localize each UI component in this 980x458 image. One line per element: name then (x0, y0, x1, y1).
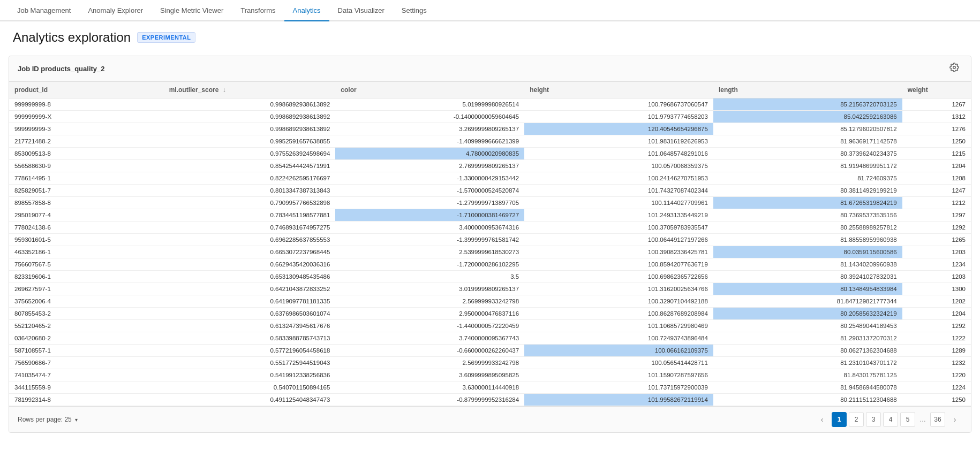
cell-color: -1.4400000572220459 (335, 320, 524, 332)
cell-product-id: 463352186-1 (9, 246, 164, 258)
pagination-page-4[interactable]: 4 (883, 412, 898, 427)
cell-height: 100.85942077636719 (524, 258, 713, 271)
cell-height: 100.69862365722656 (524, 271, 713, 283)
cell-color: -1.3999999761581742 (335, 234, 524, 246)
rows-per-page-label: Rows per page: 25 (18, 416, 72, 423)
cell-color: 3.6099999895095825 (335, 369, 524, 381)
settings-icon-button[interactable] (946, 62, 962, 76)
cell-product-id: 853009513-8 (9, 148, 164, 160)
cell-color: 2.569999933242798 (335, 357, 524, 369)
table-row: 344115559-9 0.540701150894165 3.63000011… (9, 381, 971, 394)
cell-length: 80.21115112304688 (713, 394, 902, 406)
cell-height: 101.10685729980469 (524, 320, 713, 332)
cell-height: 101.73715972900039 (524, 381, 713, 394)
cell-weight: 1204 (902, 160, 971, 172)
cell-weight: 1202 (902, 295, 971, 308)
cell-product-id: 756607567-5 (9, 258, 164, 271)
col-header-product-id[interactable]: product_id (9, 82, 164, 98)
pagination-page-1[interactable]: 1 (832, 412, 847, 427)
pagination-prev-button[interactable]: ‹ (815, 412, 830, 427)
cell-color: 2.5399999618530273 (335, 246, 524, 258)
cell-weight: 1212 (902, 197, 971, 209)
pagination-ellipsis: … (917, 416, 928, 423)
table-row: 269627597-1 0.6421043872833252 3.0199999… (9, 283, 971, 295)
cell-color: -0.14000000059604645 (335, 111, 524, 123)
cell-outlier: 0.6531309485435486 (164, 271, 336, 283)
table-header-bar: Job ID products_quality_2 (9, 56, 971, 82)
cell-color: -1.7200000286102295 (335, 258, 524, 271)
table-footer: Rows per page: 25 ▾ ‹ 1 2 3 4 5 … 36 › (9, 406, 971, 432)
cell-outlier: 0.8224262595176697 (164, 172, 336, 185)
pagination-page-3[interactable]: 3 (866, 412, 881, 427)
cell-color: 3.2699999809265137 (335, 123, 524, 135)
table-row: 778024138-6 0.7468931674957275 3.4000000… (9, 222, 971, 234)
cell-height: 101.99582672119914 (524, 394, 713, 406)
cell-product-id: 959301601-5 (9, 234, 164, 246)
col-header-weight[interactable]: weight (902, 82, 971, 98)
cell-outlier: 0.9986892938613892 (164, 111, 336, 123)
cell-height: 101.15907287597656 (524, 369, 713, 381)
cell-length: 81.847129821777344 (713, 295, 902, 308)
cell-weight: 1232 (902, 357, 971, 369)
data-table: product_id ml.outlier_score ↓ color heig… (9, 82, 971, 406)
table-row: 898557858-8 0.7909957766532898 -1.279999… (9, 197, 971, 209)
cell-product-id: 823319606-1 (9, 271, 164, 283)
cell-outlier: 0.7909957766532898 (164, 197, 336, 209)
col-header-color[interactable]: color (335, 82, 524, 98)
cell-outlier: 0.9986892938613892 (164, 123, 336, 135)
col-header-outlier-score[interactable]: ml.outlier_score ↓ (164, 82, 336, 98)
pagination-next-button[interactable]: › (947, 412, 962, 427)
cell-product-id: 807855453-2 (9, 308, 164, 320)
cell-color: 3.7400000095367743 (335, 332, 524, 345)
settings-icon (949, 63, 959, 72)
pagination: ‹ 1 2 3 4 5 … 36 › (815, 412, 962, 427)
cell-height: 100.066162109375 (524, 345, 713, 357)
cell-weight: 1204 (902, 308, 971, 320)
cell-outlier: 0.5419912338256836 (164, 369, 336, 381)
table-row: 556588630-9 0.8542544424571991 2.7699999… (9, 160, 971, 172)
pagination-page-5[interactable]: 5 (900, 412, 915, 427)
pagination-page-2[interactable]: 2 (849, 412, 864, 427)
cell-color: -0.6600000262260437 (335, 345, 524, 357)
cell-product-id: 999999999-3 (9, 123, 164, 135)
cell-length: 80.38114929199219 (713, 185, 902, 197)
cell-product-id: 295019077-4 (9, 209, 164, 222)
cell-length: 80.39241027832031 (713, 271, 902, 283)
cell-weight: 1300 (902, 283, 971, 295)
nav-item-anomaly-explorer[interactable]: Anomaly Explorer (79, 0, 152, 21)
col-header-length[interactable]: length (713, 82, 902, 98)
cell-height: 100.79686737060547 (524, 98, 713, 111)
cell-product-id: 756590686-7 (9, 357, 164, 369)
nav-item-settings[interactable]: Settings (393, 0, 435, 21)
cell-height: 100.06449127197266 (524, 234, 713, 246)
cell-product-id: 036420680-2 (9, 332, 164, 345)
nav-item-data-visualizer[interactable]: Data Visualizer (329, 0, 393, 21)
cell-color: 2.9500000476837116 (335, 308, 524, 320)
cell-outlier: 0.6132473945617676 (164, 320, 336, 332)
rows-per-page-selector[interactable]: Rows per page: 25 ▾ (18, 416, 78, 423)
cell-weight: 1289 (902, 345, 971, 357)
cell-length: 81.14340209960938 (713, 258, 902, 271)
nav-item-analytics[interactable]: Analytics (284, 0, 329, 21)
pagination-page-36[interactable]: 36 (930, 412, 945, 427)
svg-point-0 (953, 66, 956, 69)
cell-weight: 1224 (902, 381, 971, 394)
cell-length: 80.20585632324219 (713, 308, 902, 320)
cell-height: 100.86287689208984 (524, 308, 713, 320)
cell-weight: 1222 (902, 332, 971, 345)
cell-product-id: 269627597-1 (9, 283, 164, 295)
cell-length: 85.21563720703125 (713, 98, 902, 111)
cell-color: 3.4000000953674316 (335, 222, 524, 234)
nav-item-single-metric-viewer[interactable]: Single Metric Viewer (152, 0, 232, 21)
nav-item-transforms[interactable]: Transforms (232, 0, 284, 21)
cell-length: 80.37396240234375 (713, 148, 902, 160)
cell-outlier: 0.6421043872833252 (164, 283, 336, 295)
cell-outlier: 0.9952591657638855 (164, 135, 336, 148)
cell-height: 101.98316192626953 (524, 135, 713, 148)
cell-product-id: 898557858-8 (9, 197, 164, 209)
col-header-height[interactable]: height (524, 82, 713, 98)
cell-weight: 1203 (902, 271, 971, 283)
cell-length: 80.73695373535156 (713, 209, 902, 222)
nav-item-job-management[interactable]: Job Management (9, 0, 79, 21)
cell-length: 81.88558959960938 (713, 234, 902, 246)
